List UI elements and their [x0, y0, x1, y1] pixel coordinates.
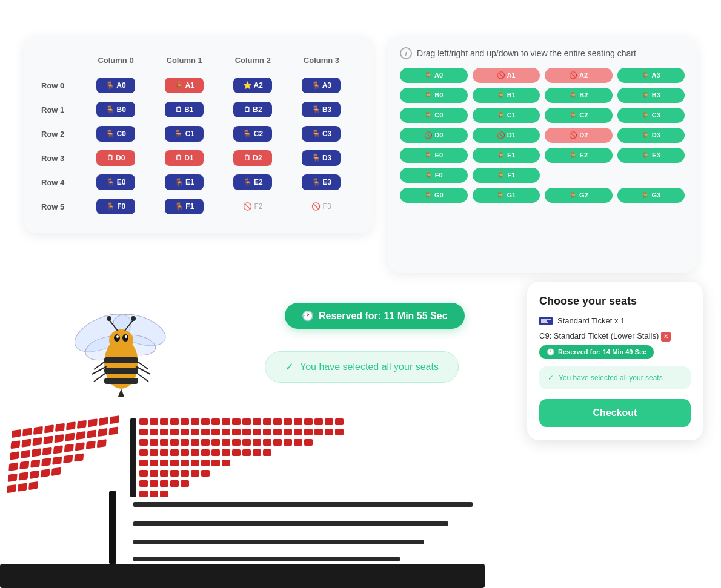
drag-panel-text: Drag left/right and up/down to view the … [417, 48, 636, 58]
selected-confirm-box: ✓ You have selected all your seats [539, 366, 691, 389]
svg-rect-140 [139, 460, 148, 466]
svg-rect-134 [211, 449, 220, 456]
svg-rect-159 [170, 480, 179, 487]
drag-seat-c3[interactable]: 🪑 C3 [617, 108, 685, 123]
clock-icon: 🕐 [302, 310, 314, 322]
seat-b3[interactable]: 🪑 B3 [302, 102, 341, 117]
row-label: Row 1 [41, 97, 81, 122]
seat-d2[interactable]: 🗒 D2 [233, 150, 272, 166]
svg-rect-31 [66, 421, 76, 430]
svg-rect-119 [232, 439, 241, 446]
svg-rect-133 [201, 449, 210, 456]
svg-point-16 [131, 316, 136, 321]
svg-point-15 [107, 316, 111, 321]
seat-d1[interactable]: 🗒 D1 [165, 150, 204, 166]
svg-rect-93 [170, 429, 179, 435]
check-icon: ✓ [285, 360, 294, 374]
svg-rect-78 [222, 418, 230, 425]
seat-e1[interactable]: 🪑 E1 [165, 174, 204, 190]
delete-ticket-button[interactable]: ✕ [661, 332, 671, 342]
timer-text: Reserved for: 11 Min 55 Sec [319, 311, 448, 322]
drag-seat-g0[interactable]: 🪑 G0 [400, 188, 468, 203]
svg-rect-44 [98, 428, 107, 437]
svg-rect-138 [253, 449, 261, 456]
svg-rect-131 [181, 449, 189, 456]
seat-a2[interactable]: ⭐ A2 [233, 78, 272, 93]
drag-panel[interactable]: i Drag left/right and up/down to view th… [388, 36, 697, 273]
drag-seat-b3[interactable]: 🪑 B3 [617, 88, 685, 103]
svg-rect-45 [108, 426, 118, 435]
drag-seat-c2[interactable]: 🪑 C2 [545, 108, 613, 123]
seat-scroll-grid[interactable]: 🪑 A0 🚫 A1 🚫 A2 🪑 A3 🪑 B0 🪑 B1 🪑 B2 🪑 B3 … [400, 68, 685, 203]
seat-c0[interactable]: 🪑 C0 [96, 126, 135, 142]
seat-a1[interactable]: 🪑 A1 [165, 78, 204, 93]
checkout-button[interactable]: Checkout [539, 399, 691, 427]
drag-seat-c0[interactable]: 🪑 C0 [400, 108, 468, 123]
svg-rect-104 [284, 429, 292, 435]
svg-rect-106 [304, 429, 313, 435]
seat-e0[interactable]: 🪑 E0 [96, 174, 135, 190]
drag-seat-d3[interactable]: 🪑 D3 [617, 128, 685, 143]
seat-f1[interactable]: 🪑 F1 [165, 199, 204, 214]
drag-seat-a3[interactable]: 🪑 A3 [617, 68, 685, 83]
svg-rect-61 [74, 453, 84, 461]
drag-seat-e2[interactable]: 🪑 E2 [545, 148, 613, 163]
seat-a3[interactable]: 🪑 A3 [302, 78, 341, 93]
svg-rect-6 [104, 368, 138, 374]
svg-rect-128 [150, 449, 158, 456]
svg-rect-117 [211, 439, 220, 446]
svg-rect-60 [63, 455, 73, 463]
drag-seat-d0[interactable]: 🚫 D0 [400, 128, 468, 143]
col-2-header: Column 2 [219, 51, 287, 73]
svg-rect-153 [181, 470, 189, 477]
svg-rect-59 [52, 456, 62, 464]
svg-rect-126 [304, 439, 313, 446]
svg-rect-158 [160, 480, 168, 487]
drag-seat-b1[interactable]: 🪑 B1 [473, 88, 540, 103]
seat-c2[interactable]: 🪑 C2 [233, 126, 272, 142]
svg-rect-143 [170, 460, 179, 466]
drag-seat-d2[interactable]: 🚫 D2 [545, 128, 613, 143]
drag-seat-c1[interactable]: 🪑 C1 [473, 108, 540, 123]
drag-seat-a2[interactable]: 🚫 A2 [545, 68, 613, 83]
seat-e2[interactable]: 🪑 E2 [233, 174, 272, 190]
seat-b1[interactable]: 🗒 B1 [165, 102, 204, 117]
seat-b0[interactable]: 🪑 B0 [96, 102, 135, 117]
svg-rect-77 [211, 418, 220, 425]
drag-seat-g1[interactable]: 🪑 G1 [473, 188, 540, 203]
seat-d0[interactable]: 🗒 D0 [96, 150, 135, 166]
svg-rect-115 [191, 439, 199, 446]
seat-c3[interactable]: 🪑 C3 [302, 126, 341, 142]
drag-seat-b2[interactable]: 🪑 B2 [545, 88, 613, 103]
seat-b2[interactable]: 🗒 B2 [233, 102, 272, 117]
svg-rect-148 [222, 460, 230, 466]
row-label: Row 2 [41, 122, 81, 146]
svg-rect-65 [41, 469, 50, 477]
drag-seat-a0[interactable]: 🪑 A0 [400, 68, 468, 83]
drag-seat-e0[interactable]: 🪑 E0 [400, 148, 468, 163]
svg-rect-127 [139, 449, 148, 456]
seat-a0[interactable]: 🪑 A0 [96, 78, 135, 93]
svg-rect-163 [160, 491, 168, 497]
svg-rect-7 [104, 378, 138, 384]
drag-seat-g3[interactable]: 🪑 G3 [617, 188, 685, 203]
drag-seat-b0[interactable]: 🪑 B0 [400, 88, 468, 103]
ticket-detail: C9: Standard Ticket (Lower Stalls) ✕ [539, 331, 691, 342]
seat-d3[interactable]: 🪑 D3 [302, 150, 341, 166]
svg-rect-83 [273, 418, 282, 425]
drag-seat-d1[interactable]: 🚫 D1 [473, 128, 540, 143]
drag-seat-a1[interactable]: 🚫 A1 [473, 68, 540, 83]
drag-seat-e3[interactable]: 🪑 E3 [617, 148, 685, 163]
seat-e3[interactable]: 🪑 E3 [302, 174, 341, 190]
table-row: Row 0 🪑 A0 🪑 A1 ⭐ A2 🪑 A3 [41, 73, 356, 97]
drag-seat-g2[interactable]: 🪑 G2 [545, 188, 613, 203]
svg-rect-52 [75, 442, 85, 451]
seat-c1[interactable]: 🪑 C1 [165, 126, 204, 142]
drag-seat-e1[interactable]: 🪑 E1 [473, 148, 540, 163]
drag-seat-f0[interactable]: 🪑 F0 [400, 168, 468, 183]
svg-rect-152 [170, 470, 179, 477]
svg-rect-102 [263, 429, 271, 435]
seat-f0[interactable]: 🪑 F0 [96, 199, 135, 214]
drag-seat-f1[interactable]: 🪑 F1 [473, 168, 540, 183]
col-0-header: Column 0 [81, 51, 150, 73]
